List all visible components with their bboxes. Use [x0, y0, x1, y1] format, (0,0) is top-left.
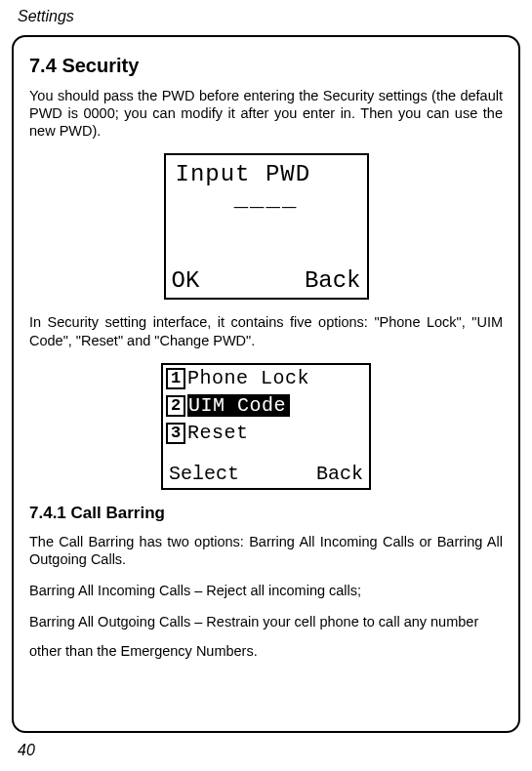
pwd-screen-back-softkey: Back: [305, 267, 361, 294]
subsection-p3: Barring All Outgoing Calls – Restrain yo…: [29, 613, 503, 630]
section-title: Security: [61, 55, 139, 76]
subsection-number: 7.4.1: [29, 504, 66, 522]
menu-items: 1Phone Lock2UIM Code3Reset: [163, 365, 369, 447]
subsection-p4: other than the Emergency Numbers.: [29, 642, 503, 660]
page-number: 40: [18, 742, 35, 759]
subsection-p2: Barring All Incoming Calls – Reject all …: [29, 582, 503, 599]
page-header: Settings: [0, 0, 532, 25]
section-number: 7.4: [29, 55, 57, 76]
menu-item-label: Reset: [187, 422, 249, 444]
subsection-heading: 7.4.1 Call Barring: [29, 504, 503, 523]
section-intro-text: You should pass the PWD before entering …: [29, 87, 503, 140]
menu-item-number: 1: [166, 368, 185, 389]
menu-intro-text: In Security setting interface, it contai…: [29, 313, 503, 348]
pwd-screen-ok-softkey: OK: [172, 267, 200, 294]
subsection-title: Call Barring: [71, 504, 165, 522]
menu-item-number: 2: [166, 395, 185, 417]
section-heading: 7.4 Security: [29, 55, 503, 77]
subsection-p1: The Call Barring has two options: Barrin…: [29, 533, 503, 568]
pwd-screen-placeholder: ____: [166, 186, 367, 213]
menu-item-number: 3: [166, 423, 185, 444]
menu-back-softkey: Back: [316, 463, 363, 485]
menu-row: 1Phone Lock: [163, 365, 369, 392]
security-menu-screenshot: 1Phone Lock2UIM Code3Reset Select Back: [161, 363, 371, 490]
menu-item-label: Phone Lock: [187, 367, 309, 389]
input-pwd-screenshot: Input PWD ____ OK Back: [164, 153, 369, 300]
menu-row: 2UIM Code: [163, 392, 369, 420]
menu-row: 3Reset: [163, 420, 369, 447]
pwd-screen-title: Input PWD: [176, 161, 311, 187]
menu-select-softkey: Select: [169, 463, 239, 485]
menu-item-label: UIM Code: [187, 394, 290, 417]
page-content-frame: 7.4 Security You should pass the PWD bef…: [12, 35, 520, 733]
